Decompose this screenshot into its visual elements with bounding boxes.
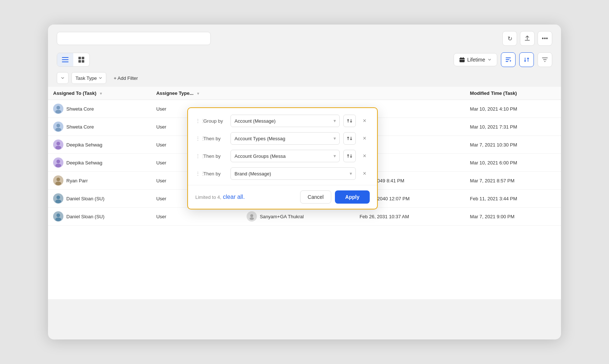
avatar — [53, 193, 63, 204]
drag-handle-1[interactable]: ⋮⋮ — [195, 118, 200, 124]
cell-assigned-to: Daniel Sloan (SU) — [48, 190, 151, 208]
task-type-label: Task Type — [75, 75, 97, 81]
svg-point-31 — [55, 218, 61, 221]
filter-button[interactable] — [538, 52, 552, 67]
table-header-row: Assigned To (Task) ▼ Assignee Type... ▼ … — [48, 87, 561, 100]
avatar — [53, 211, 63, 222]
sort-toggle-1[interactable] — [343, 115, 356, 127]
svg-point-27 — [55, 200, 61, 203]
col-hidden-2 — [354, 87, 465, 100]
task-type-filter[interactable]: Task Type — [71, 72, 106, 84]
user-name: Daniel Sloan (SU) — [66, 196, 104, 201]
sort-icon — [523, 56, 530, 63]
apply-button[interactable]: Apply — [335, 190, 370, 204]
cancel-button[interactable]: Cancel — [300, 190, 332, 204]
drag-handle-2[interactable]: ⋮⋮ — [195, 135, 200, 141]
sort-asc-icon — [347, 153, 353, 159]
calendar-icon — [459, 57, 465, 63]
row-close-3[interactable]: × — [359, 151, 370, 161]
clear-all-link[interactable]: clear all. — [223, 194, 245, 200]
user-name: Deepika Sehwag — [66, 142, 102, 148]
assignee-type-sort-icon: ▼ — [196, 92, 200, 96]
assigned-to-sort-icon: ▼ — [99, 92, 103, 96]
app-window: ↻ ••• — [48, 25, 561, 339]
popup-body: ⋮⋮ Group by Account (Message) ▼ × — [188, 108, 377, 180]
upload-button[interactable] — [520, 31, 535, 46]
upload-icon — [524, 35, 531, 42]
group-by-select-2[interactable]: Account Types (Messag — [230, 132, 340, 145]
reload-button[interactable]: ↻ — [502, 31, 517, 46]
lifetime-button[interactable]: Lifetime — [454, 53, 497, 66]
group-by-row-1: ⋮⋮ Group by Account (Message) ▼ × — [195, 115, 370, 127]
add-filter-button[interactable]: + Add Filter — [109, 72, 142, 84]
group-by-select-4[interactable]: Brand (Message) — [230, 167, 356, 180]
group-by-select-1[interactable]: Account (Message) — [230, 115, 340, 127]
svg-point-15 — [55, 110, 61, 114]
top-bar-actions: ↻ ••• — [502, 31, 552, 46]
row-close-1[interactable]: × — [359, 116, 370, 126]
group-by-button[interactable] — [501, 52, 516, 67]
filter-row: Task Type + Add Filter — [48, 69, 561, 87]
svg-point-16 — [56, 124, 60, 127]
popup-footer: Limited to 4, clear all. Cancel Apply — [188, 185, 377, 209]
sort-toggle-2[interactable] — [343, 132, 356, 145]
avatar — [53, 140, 63, 150]
user-name: Shweta Core — [66, 124, 94, 130]
col-assignee-type: Assignee Type... ▼ — [151, 87, 241, 100]
reload-icon: ↻ — [508, 35, 512, 42]
drag-handle-4[interactable]: ⋮⋮ — [195, 171, 200, 177]
more-options-button[interactable]: ••• — [538, 31, 552, 46]
group-by-row-3: ⋮⋮ Then by Account Groups (Messa ▼ × — [195, 150, 370, 162]
col-modified-time: Modified Time (Task) — [465, 87, 561, 100]
svg-point-22 — [56, 178, 60, 181]
lifetime-label: Lifetime — [467, 57, 485, 63]
group-by-select-wrap-4: Brand (Message) ▼ — [230, 167, 356, 180]
group-by-label-1: Group by — [203, 118, 227, 124]
view-toggle — [57, 53, 90, 67]
group-by-select-3[interactable]: Account Groups (Messa — [230, 150, 340, 162]
col-hidden-1 — [241, 87, 354, 100]
limited-text-wrap: Limited to 4, clear all. — [195, 194, 245, 200]
group-by-label-3: Then by — [203, 153, 227, 159]
cell-assigned-to: Ryan Parr — [48, 172, 151, 190]
list-view-button[interactable] — [57, 53, 73, 66]
group-by-select-wrap-1: Account (Message) ▼ — [230, 115, 340, 127]
row-close-2[interactable]: × — [359, 133, 370, 144]
filter-chip-dropdown[interactable] — [57, 72, 69, 84]
avatar-placeholder — [247, 211, 257, 222]
svg-rect-5 — [78, 60, 81, 63]
svg-rect-12 — [506, 59, 509, 60]
svg-point-26 — [56, 196, 60, 199]
svg-point-33 — [250, 218, 254, 220]
chevron-down-icon — [61, 76, 64, 80]
board-view-button[interactable] — [73, 53, 89, 66]
svg-rect-1 — [62, 59, 69, 60]
search-bar[interactable] — [57, 32, 211, 45]
svg-rect-10 — [459, 59, 465, 60]
avatar — [53, 175, 63, 186]
svg-rect-4 — [82, 57, 84, 59]
lifetime-chevron-icon — [487, 57, 492, 62]
sort-toggle-3[interactable] — [343, 150, 356, 162]
user-name: Deepika Sehwag — [66, 160, 102, 166]
row-close-4[interactable]: × — [359, 168, 370, 179]
main-content: Assigned To (Task) ▼ Assignee Type... ▼ … — [48, 87, 561, 299]
svg-point-23 — [55, 182, 61, 185]
limited-text: Limited to 4, — [195, 194, 221, 200]
group-by-icon — [505, 56, 512, 63]
cell-modified-time: Mar 10, 2021 4:10 PM — [465, 100, 561, 118]
cell-assigned-to: Daniel Sloan (SU) — [48, 208, 151, 226]
svg-rect-11 — [506, 57, 511, 58]
table-row: Daniel Sloan (SU) User Sanyam+GA Thukral… — [48, 208, 561, 226]
group-by-select-wrap-3: Account Groups (Messa ▼ — [230, 150, 340, 162]
footer-actions: Cancel Apply — [300, 190, 370, 204]
sort-button[interactable] — [519, 52, 534, 67]
filter-icon — [542, 56, 548, 63]
drag-handle-3[interactable]: ⋮⋮ — [195, 153, 200, 159]
sort-asc-icon — [347, 118, 353, 124]
svg-point-32 — [250, 214, 253, 217]
svg-rect-0 — [62, 57, 69, 58]
cell-assigned-to: Shweta Core — [48, 100, 151, 118]
cell-assigned-to: Deepika Sehwag — [48, 154, 151, 172]
svg-point-20 — [56, 160, 60, 163]
